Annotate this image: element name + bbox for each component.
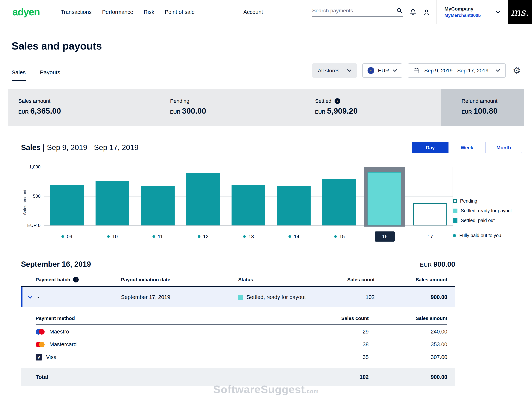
bar-10[interactable] xyxy=(95,181,129,225)
chart-title-range: Sep 9, 2019 - Sep 17, 2019 xyxy=(47,143,139,151)
nav-item-risk[interactable]: Risk xyxy=(144,9,154,15)
period-day-button[interactable]: Day xyxy=(412,142,449,153)
bar-slot-10[interactable] xyxy=(89,167,135,225)
visa-icon: V xyxy=(36,354,42,360)
chevron-down-icon[interactable] xyxy=(28,295,33,299)
search-payments-box[interactable] xyxy=(312,7,403,17)
x-label-14[interactable]: 14 xyxy=(271,231,317,242)
bar-17[interactable] xyxy=(413,203,447,225)
detail-date-heading: September 16, 2019 xyxy=(21,260,91,269)
legend-settled-ready: Settled, ready for payout xyxy=(453,208,522,213)
nav-item-account[interactable]: Account xyxy=(243,9,263,15)
method-row-visa: V Visa 35 307.00 xyxy=(36,351,447,364)
bar-slot-13[interactable] xyxy=(226,167,271,225)
nav-item-performance[interactable]: Performance xyxy=(102,9,133,15)
chart-plot-area: 1,000 500 EUR 0 xyxy=(44,167,453,226)
period-month-button[interactable]: Month xyxy=(485,142,522,153)
chart-legend: Pending Settled, ready for payout Settle… xyxy=(453,167,522,243)
search-icon[interactable] xyxy=(396,7,403,14)
info-icon[interactable] xyxy=(73,277,79,282)
currency-code: EUR xyxy=(170,109,180,115)
summary-card-sales-amount[interactable]: Sales amount EUR 6,365.00 xyxy=(8,89,170,126)
selected-day-badge: 16 xyxy=(375,231,395,241)
payment-methods-table: Payment method Sales count Sales amount … xyxy=(36,315,447,364)
bar-slot-12[interactable] xyxy=(180,167,226,225)
x-label-text: 14 xyxy=(294,234,299,239)
x-label-16[interactable]: 16 xyxy=(362,231,407,242)
sales-amount-value: 900.00 xyxy=(375,294,455,300)
bar-11[interactable] xyxy=(141,186,175,225)
currency-dropdown[interactable]: ✶ EUR xyxy=(362,63,403,78)
currency-code: EUR xyxy=(420,261,432,268)
methods-table-header: Payment method Sales count Sales amount xyxy=(36,315,447,325)
period-week-button[interactable]: Week xyxy=(449,142,486,153)
fully-paid-dot-icon xyxy=(289,235,291,238)
user-profile-icon[interactable] xyxy=(423,8,430,16)
mastercard-icon xyxy=(36,341,45,347)
x-label-17[interactable]: 17 xyxy=(408,231,453,242)
tab-payouts[interactable]: Payouts xyxy=(40,69,60,81)
x-label-12[interactable]: 12 xyxy=(180,231,226,242)
bar-slot-11[interactable] xyxy=(135,167,180,225)
fully-paid-dot-icon xyxy=(62,235,64,238)
watermark-suffix: .com xyxy=(305,388,319,394)
sales-bar-chart: Sales amount 1,000 500 EUR 0 09101112131… xyxy=(21,167,522,243)
main-nav: Transactions Performance Risk Point of s… xyxy=(61,9,263,15)
summary-card-refund-amount[interactable]: Refund amount EUR 100.80 xyxy=(441,89,524,126)
chevron-down-icon xyxy=(496,11,500,13)
bar-slot-15[interactable] xyxy=(317,167,362,225)
batch-row-expanded[interactable]: - September 17, 2019 Settled, ready for … xyxy=(21,287,455,307)
nav-item-transactions[interactable]: Transactions xyxy=(61,9,92,15)
nav-item-point-of-sale[interactable]: Point of sale xyxy=(165,9,195,15)
batch-value: - xyxy=(38,294,39,300)
bar-14[interactable] xyxy=(277,186,310,225)
method-name: Mastercard xyxy=(50,341,77,347)
page-title: Sales and payouts xyxy=(12,40,532,52)
summary-card-settled[interactable]: Settled EUR 5,909.20 xyxy=(315,89,441,126)
fully-paid-dot-icon xyxy=(243,235,246,238)
settled-ready-swatch-icon xyxy=(453,209,457,213)
x-label-15[interactable]: 15 xyxy=(317,231,362,242)
date-range-value: Sep 9, 2019 - Sep 17, 2019 xyxy=(424,67,488,73)
total-label: Total xyxy=(36,374,298,380)
company-name: MyCompany xyxy=(444,6,481,12)
bar-13[interactable] xyxy=(232,185,265,225)
search-input[interactable] xyxy=(312,7,393,13)
store-filter-dropdown[interactable]: All stores xyxy=(312,63,357,78)
x-label-11[interactable]: 11 xyxy=(135,231,180,242)
legend-label: Settled, ready for payout xyxy=(461,208,512,213)
chart-title: Sales | Sep 9, 2019 - Sep 17, 2019 xyxy=(21,143,139,152)
legend-settled-paid: Settled, paid out xyxy=(453,218,522,223)
settings-gear-icon[interactable]: ⚙ xyxy=(513,66,521,75)
method-name: Maestro xyxy=(50,329,69,335)
x-label-09[interactable]: 09 xyxy=(44,231,89,242)
total-amount: 900.00 xyxy=(369,374,447,380)
total-row: Total 102 900.00 xyxy=(21,368,455,386)
x-label-text: 15 xyxy=(339,234,345,239)
merchant-account-selector[interactable]: MyCompany MyMerchant0005 xyxy=(437,0,508,24)
bar-slot-09[interactable] xyxy=(44,167,89,225)
currency-code: EUR xyxy=(315,109,325,115)
bar-16[interactable] xyxy=(368,172,401,225)
chart-header: Sales | Sep 9, 2019 - Sep 17, 2019 Day W… xyxy=(21,141,522,153)
adyen-logo[interactable]: adyen xyxy=(12,6,40,18)
period-toggle: Day Week Month xyxy=(412,142,522,153)
x-label-13[interactable]: 13 xyxy=(226,231,271,242)
fully-paid-dot-icon xyxy=(153,235,155,238)
x-label-10[interactable]: 10 xyxy=(89,231,135,242)
detail-day-total: EUR 900.00 xyxy=(420,260,455,269)
merchant-id: MyMerchant0005 xyxy=(444,13,481,18)
summary-card-pending[interactable]: Pending EUR 300.00 xyxy=(170,89,315,126)
date-range-picker[interactable]: Sep 9, 2019 - Sep 17, 2019 xyxy=(408,63,506,78)
notifications-bell-icon[interactable] xyxy=(410,8,417,16)
bar-slot-16[interactable] xyxy=(362,167,407,225)
chevron-down-icon xyxy=(393,69,397,72)
currency-code: EUR xyxy=(18,109,29,115)
tab-sales[interactable]: Sales xyxy=(12,69,26,81)
bar-12[interactable] xyxy=(186,173,220,225)
bar-slot-17[interactable] xyxy=(407,167,453,225)
info-icon[interactable] xyxy=(334,98,340,104)
bar-slot-14[interactable] xyxy=(271,167,317,225)
bar-09[interactable] xyxy=(50,185,84,225)
bar-15[interactable] xyxy=(322,179,356,225)
